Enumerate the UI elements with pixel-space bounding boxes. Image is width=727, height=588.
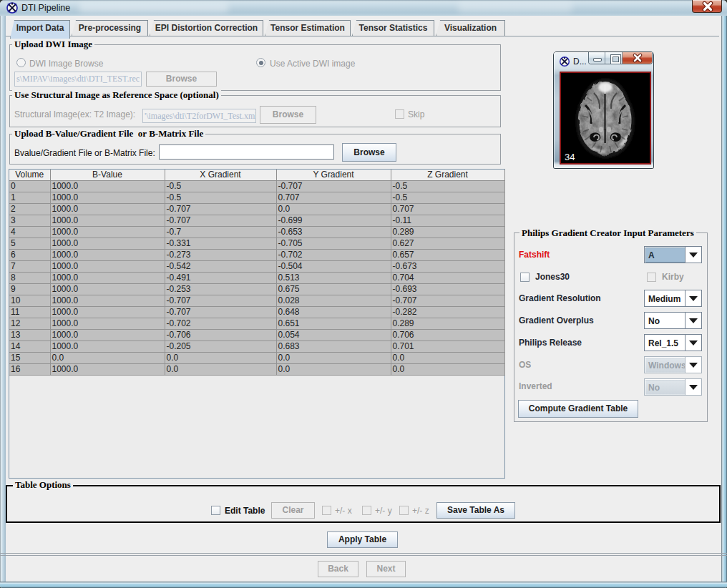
svg-text:34: 34 [565,152,575,162]
